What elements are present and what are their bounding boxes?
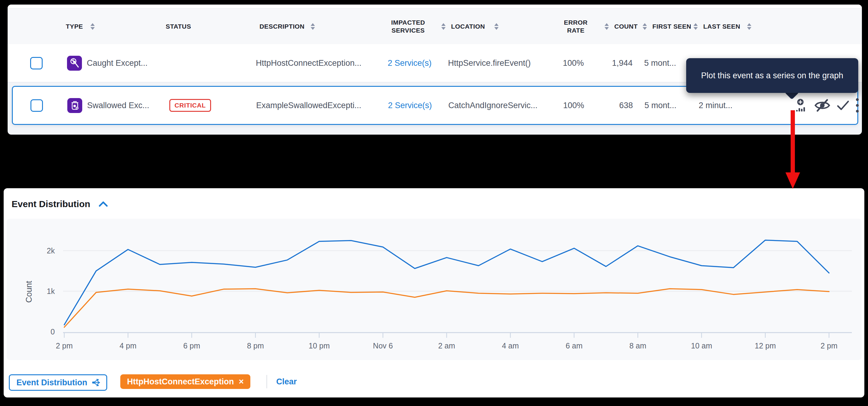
column-header-error-rate[interactable]: ERROR RATE (555, 8, 596, 44)
sort-icon[interactable] (494, 8, 499, 44)
svg-text:6 pm: 6 pm (183, 341, 200, 350)
sort-icon[interactable] (441, 8, 445, 44)
column-header-last-seen[interactable]: LAST SEEN (703, 8, 740, 44)
svg-text:10 am: 10 am (691, 341, 712, 350)
caught-exception-icon (67, 44, 82, 82)
svg-text:Nov 6: Nov 6 (373, 341, 393, 350)
sort-icon[interactable] (643, 8, 647, 44)
first-seen-value: 5 mont... (644, 44, 676, 82)
first-seen-value: 5 mont... (645, 87, 676, 124)
impacted-services-link[interactable]: 2 Service(s) (388, 87, 432, 124)
svg-text:6 am: 6 am (565, 341, 583, 350)
svg-text:0: 0 (51, 327, 55, 336)
error-rate-value: 100% (553, 87, 594, 124)
divider (267, 375, 267, 388)
svg-text:4 am: 4 am (502, 341, 519, 350)
column-header-type[interactable]: TYPE (66, 8, 83, 44)
red-annotation-arrow-head (785, 173, 800, 189)
sort-icon[interactable] (693, 8, 698, 44)
chip-close-icon[interactable]: × (239, 377, 244, 386)
sort-icon[interactable] (747, 8, 751, 44)
svg-text:Count: Count (24, 281, 33, 303)
sort-icon[interactable] (604, 8, 609, 44)
table-header-row: TYPE STATUS DESCRIPTION IMPACTED SERVICE… (8, 8, 862, 44)
event-distribution-panel: Event Distribution 2 pm4 pm6 pm8 pm10 pm… (4, 188, 864, 398)
count-value: 638 (599, 87, 633, 124)
swallowed-exception-icon (67, 87, 82, 124)
event-location: HttpService.fireEvent() (448, 44, 531, 82)
collapse-chevron-up-icon[interactable] (98, 200, 108, 208)
svg-text:2 am: 2 am (438, 341, 455, 350)
series-chip-event-distribution[interactable]: Event Distribution (9, 374, 107, 391)
column-header-first-seen[interactable]: FIRST SEEN (652, 8, 691, 44)
chart-title: Event Distribution (11, 199, 90, 209)
column-header-impacted-services[interactable]: IMPACTED SERVICES (385, 8, 431, 44)
svg-text:4 pm: 4 pm (119, 341, 136, 350)
chart-title-row: Event Distribution (11, 197, 108, 211)
sort-icon[interactable] (90, 8, 95, 44)
panel-top-strip (8, 5, 862, 8)
column-header-status[interactable]: STATUS (166, 8, 191, 44)
tooltip-text: Plot this event as a series on the graph (701, 71, 843, 81)
svg-text:8 pm: 8 pm (247, 341, 264, 350)
red-annotation-arrow (790, 110, 795, 173)
plot-event-tooltip: Plot this event as a series on the graph (686, 58, 858, 93)
svg-text:10 pm: 10 pm (309, 341, 330, 350)
column-header-count[interactable]: COUNT (614, 8, 638, 44)
filter-chip-httphostconnectexception[interactable]: HttpHostConnectException × (120, 374, 250, 389)
series-chip-label: Event Distribution (17, 378, 87, 387)
event-type-label: Caught Except... (87, 44, 148, 82)
impacted-services-link[interactable]: 2 Service(s) (388, 44, 432, 82)
row-checkbox[interactable] (30, 87, 43, 124)
chart-plot-area: 2 pm4 pm6 pm8 pm10 pmNov 62 am4 am6 am8 … (7, 219, 862, 360)
count-value: 1,944 (598, 44, 632, 82)
series-branch-icon (92, 378, 101, 387)
event-description: ExampleSwallowedExcepti... (256, 87, 361, 124)
clear-series-link[interactable]: Clear (276, 374, 297, 389)
event-distribution-chart: 2 pm4 pm6 pm8 pm10 pmNov 62 am4 am6 am8 … (7, 219, 862, 360)
event-type-label: Swallowed Exc... (87, 87, 149, 124)
svg-text:2 pm: 2 pm (820, 341, 838, 350)
column-header-description[interactable]: DESCRIPTION (259, 8, 305, 44)
svg-text:8 am: 8 am (629, 341, 646, 350)
column-header-location[interactable]: LOCATION (451, 8, 485, 44)
error-rate-value: 100% (553, 44, 594, 82)
svg-text:2 pm: 2 pm (56, 341, 73, 350)
row-checkbox[interactable] (30, 44, 43, 82)
sort-icon[interactable] (311, 8, 315, 44)
event-description: HttpHostConnectException... (256, 44, 362, 82)
svg-text:12 pm: 12 pm (755, 341, 776, 350)
filter-chip-label: HttpHostConnectException (127, 377, 234, 386)
critical-status-badge: CRITICAL (169, 87, 211, 124)
svg-text:2k: 2k (47, 246, 55, 255)
event-location: CatchAndIgnoreServic... (448, 87, 537, 124)
svg-text:1k: 1k (47, 287, 55, 295)
